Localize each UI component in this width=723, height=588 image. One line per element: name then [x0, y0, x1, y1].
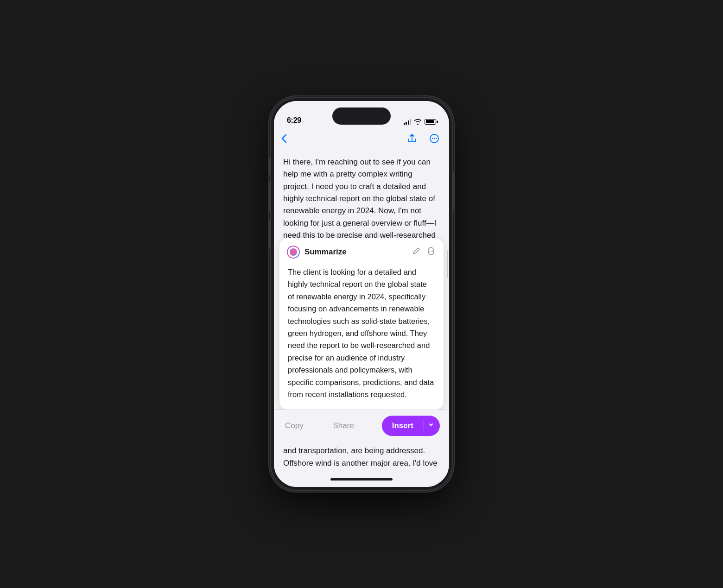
svg-point-1	[432, 138, 433, 139]
main-message-content: Hi there, I'm reaching out to see if you…	[283, 158, 436, 238]
summarize-title: Summarize	[304, 247, 347, 257]
status-icons	[404, 119, 437, 125]
edit-icon	[412, 247, 420, 255]
insert-dropdown-button[interactable]	[424, 416, 440, 435]
share-action-button[interactable]: Share	[331, 417, 356, 434]
chevron-down-icon	[429, 422, 433, 428]
main-message-text: Hi there, I'm reaching out to see if you…	[274, 149, 449, 238]
summarize-text: The client is looking for a detailed and…	[288, 266, 435, 400]
content-area: Hi there, I'm reaching out to see if you…	[274, 149, 449, 487]
summarize-body: The client is looking for a detailed and…	[279, 264, 444, 410]
svg-point-3	[436, 138, 437, 139]
refresh-icon	[427, 247, 435, 255]
claude-logo	[287, 246, 300, 259]
insert-button-group: Insert	[382, 416, 440, 436]
summarize-header: Summarize	[279, 238, 444, 264]
back-chevron-icon	[281, 134, 287, 143]
silent-switch[interactable]	[269, 158, 271, 175]
copy-button[interactable]: Copy	[283, 417, 305, 434]
ellipsis-circle-icon	[429, 133, 439, 144]
nav-actions	[405, 131, 442, 146]
refresh-button[interactable]	[427, 247, 435, 258]
home-bar	[330, 478, 393, 481]
phone-frame: 6:29	[271, 98, 452, 490]
summarize-header-actions	[412, 247, 435, 258]
signal-icon	[404, 119, 412, 125]
action-bar: Copy Share Insert	[274, 410, 449, 441]
scroll-indicator	[447, 250, 448, 278]
volume-up-button[interactable]	[269, 182, 271, 212]
battery-icon	[425, 119, 436, 125]
volume-down-button[interactable]	[269, 219, 271, 249]
wifi-icon	[414, 119, 422, 125]
insert-button[interactable]: Insert	[382, 416, 424, 436]
status-time: 6:29	[287, 116, 301, 125]
more-button[interactable]	[427, 131, 442, 146]
phone-screen: 6:29	[274, 101, 449, 487]
back-button[interactable]	[281, 134, 287, 143]
summarize-title-row: Summarize	[287, 246, 347, 259]
share-icon	[407, 133, 417, 144]
svg-point-2	[434, 138, 435, 139]
edit-button[interactable]	[412, 247, 420, 258]
power-button[interactable]	[452, 172, 454, 209]
dynamic-island	[332, 107, 391, 125]
share-button[interactable]	[405, 131, 419, 146]
summarize-card: Summarize	[279, 238, 444, 410]
navigation-bar	[274, 128, 449, 149]
bottom-text: and transportation, are being addressed.…	[274, 441, 449, 471]
home-indicator	[274, 471, 449, 487]
